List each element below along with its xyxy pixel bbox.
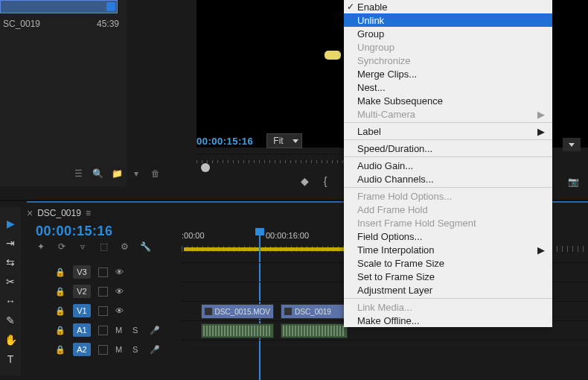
menu-item[interactable]: Audio Channels... xyxy=(344,172,552,186)
menu-item[interactable]: Group xyxy=(344,27,552,40)
mark-out-icon[interactable]: { xyxy=(319,175,332,187)
submenu-arrow-icon: ▶ xyxy=(537,126,545,137)
hand-tool-icon[interactable]: ✋ xyxy=(4,334,16,346)
pen-tool-icon[interactable]: ✎ xyxy=(4,314,16,326)
track-header-a1[interactable]: 🔒 A1 M S 🎤 xyxy=(46,320,180,340)
menu-item: Synchronize xyxy=(344,54,552,67)
new-bin-icon[interactable]: 📁 xyxy=(112,168,122,179)
menu-item[interactable]: Label▶ xyxy=(344,124,552,138)
monitor-timecode[interactable]: 00:00:15:16 xyxy=(196,136,253,147)
track-select-tool-icon[interactable]: ⇥ xyxy=(4,237,16,249)
voiceover-icon[interactable]: 🎤 xyxy=(150,326,160,335)
sync-lock-icon[interactable] xyxy=(98,326,108,335)
track-label[interactable]: A1 xyxy=(73,323,91,337)
menu-item: Multi-Camera▶ xyxy=(344,107,552,121)
scrubber-playhead[interactable] xyxy=(201,163,210,172)
mark-in-icon[interactable]: ◆ xyxy=(298,175,311,187)
lane-a2[interactable] xyxy=(182,340,588,359)
menu-item[interactable]: Speed/Duration... xyxy=(344,142,552,155)
linked-selection-icon[interactable]: ⟳ xyxy=(57,241,67,252)
sync-lock-icon[interactable] xyxy=(98,306,108,316)
delete-icon[interactable]: 🗑 xyxy=(150,168,161,179)
menu-item-label: Enable xyxy=(357,1,387,13)
bin-clip-duration: 45:39 xyxy=(97,19,119,29)
search-icon[interactable]: 🔍 xyxy=(92,168,103,179)
export-frame-icon[interactable]: 📷 xyxy=(568,177,579,187)
solo-button[interactable]: S xyxy=(132,345,142,354)
selection-tool-icon[interactable]: ▶ xyxy=(4,218,16,229)
chevron-down-icon xyxy=(293,139,298,143)
monitor-resolution-dropdown[interactable] xyxy=(563,138,581,151)
menu-item[interactable]: Merge Clips... xyxy=(344,67,552,80)
menu-item-label: Speed/Duration... xyxy=(357,143,432,154)
track-label[interactable]: V1 xyxy=(73,304,91,317)
settings-icon[interactable]: ⚙ xyxy=(119,241,130,252)
type-tool-icon[interactable]: T xyxy=(4,353,16,365)
menu-item-label: Insert Frame Hold Segment xyxy=(357,218,476,229)
razor-tool-icon[interactable]: ✂ xyxy=(4,276,16,288)
zoom-fit-dropdown[interactable]: Fit xyxy=(266,133,301,148)
ripple-edit-tool-icon[interactable]: ⇆ xyxy=(4,256,16,268)
fx-badge-icon[interactable] xyxy=(205,308,212,315)
track-header-a2[interactable]: 🔒 A2 M S 🎤 xyxy=(46,340,180,359)
lock-icon[interactable]: 🔒 xyxy=(55,306,65,316)
menu-item[interactable]: Adjustment Layer xyxy=(344,283,552,297)
menu-item[interactable]: Nest... xyxy=(344,80,552,94)
toggle-output-icon[interactable]: 👁 xyxy=(115,306,124,315)
track-label[interactable]: A2 xyxy=(73,343,91,356)
video-clip[interactable]: DSC_0019 xyxy=(281,304,348,319)
mute-button[interactable]: M xyxy=(115,326,125,335)
tab-menu-icon[interactable]: ≡ xyxy=(86,208,91,218)
track-label[interactable]: V2 xyxy=(73,285,91,298)
menu-item[interactable]: Set to Frame Size xyxy=(344,270,552,283)
list-view-icon[interactable]: ☰ xyxy=(73,168,83,179)
sync-lock-icon[interactable] xyxy=(98,287,108,297)
track-header-v3[interactable]: 🔒 V3 👁 xyxy=(46,262,180,282)
bin-clip-thumbnail[interactable] xyxy=(0,0,118,13)
insert-icon[interactable]: ⬚ xyxy=(98,241,109,252)
menu-item-label: Scale to Frame Size xyxy=(357,258,444,269)
menu-item[interactable]: Make Subsequence xyxy=(344,94,552,107)
work-area-bar[interactable] xyxy=(184,247,348,251)
video-clip[interactable]: DSC_0015.MOV xyxy=(201,304,274,319)
wrench-icon[interactable]: 🔧 xyxy=(140,241,150,252)
voiceover-icon[interactable]: 🎤 xyxy=(150,345,160,355)
timeline-timecode[interactable]: 00:00:15:16 xyxy=(36,224,113,239)
menu-item-label: Set to Frame Size xyxy=(357,271,435,282)
toggle-output-icon[interactable]: 👁 xyxy=(115,287,124,296)
menu-item[interactable]: Field Options... xyxy=(344,229,552,243)
menu-item-label: Field Options... xyxy=(357,231,422,242)
track-label[interactable]: V3 xyxy=(73,265,91,279)
lock-icon[interactable]: 🔒 xyxy=(55,287,65,297)
lock-icon[interactable]: 🔒 xyxy=(55,267,65,277)
sync-lock-icon[interactable] xyxy=(98,345,108,355)
lock-icon[interactable]: 🔒 xyxy=(55,345,65,355)
sequence-tab[interactable]: DSC_0019 xyxy=(37,208,81,218)
track-header-v1[interactable]: 🔒 V1 👁 xyxy=(46,301,180,320)
audio-clip[interactable] xyxy=(281,323,348,338)
fx-badge-icon[interactable] xyxy=(284,308,292,315)
menu-item[interactable]: ✓Enable xyxy=(344,0,552,13)
bin-clip-name[interactable]: SC_0019 xyxy=(3,19,40,29)
marker-icon[interactable]: ▿ xyxy=(77,241,88,252)
menu-item-label: Nest... xyxy=(357,82,386,93)
menu-item-label: Link Media... xyxy=(357,302,412,313)
menu-item[interactable]: Unlink xyxy=(344,13,552,27)
track-header-v2[interactable]: 🔒 V2 👁 xyxy=(46,282,180,301)
menu-item-label: Adjustment Layer xyxy=(357,285,432,296)
audio-clip[interactable] xyxy=(201,323,274,338)
menu-item[interactable]: Time Interpolation▶ xyxy=(344,243,552,256)
menu-item[interactable]: Audio Gain... xyxy=(344,159,552,172)
monitor-scrubber[interactable] xyxy=(196,153,345,173)
menu-item[interactable]: Scale to Frame Size xyxy=(344,256,552,270)
solo-button[interactable]: S xyxy=(132,326,142,335)
lock-icon[interactable]: 🔒 xyxy=(55,326,65,335)
sync-lock-icon[interactable] xyxy=(98,267,108,277)
close-tab-icon[interactable]: × xyxy=(27,207,33,219)
new-item-icon[interactable]: ▾ xyxy=(131,168,141,179)
toggle-output-icon[interactable]: 👁 xyxy=(115,267,124,276)
snap-icon[interactable]: ✦ xyxy=(36,241,46,252)
mute-button[interactable]: M xyxy=(115,345,125,354)
slip-tool-icon[interactable]: ↔ xyxy=(4,295,16,307)
menu-item[interactable]: Make Offline... xyxy=(344,314,552,327)
